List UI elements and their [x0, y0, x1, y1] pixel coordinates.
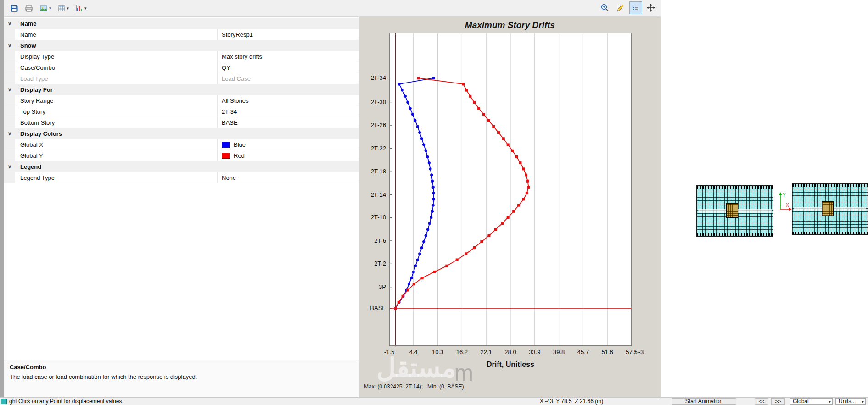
move-arrows-icon	[646, 3, 656, 13]
dropdown-arrow-icon: ▾	[67, 6, 69, 11]
property-value-text: All Stories	[222, 95, 249, 106]
printer-icon	[24, 4, 34, 13]
property-value[interactable]: All Stories	[217, 95, 359, 106]
save-button[interactable]	[8, 2, 21, 15]
next-step-button[interactable]: >>	[771, 398, 785, 405]
coordinate-system-dropdown[interactable]: Global▾	[790, 398, 833, 405]
print-button[interactable]	[22, 2, 35, 15]
row-gutter	[4, 172, 15, 183]
color-swatch	[222, 153, 230, 159]
drift-axis-tick-label: 33.9	[525, 349, 545, 355]
property-label: Display Type	[15, 51, 217, 62]
drift-axis-tick-label: 28.0	[500, 349, 521, 355]
property-row[interactable]: Case/ComboQY	[4, 62, 359, 73]
property-row[interactable]: Legend TypeNone	[4, 172, 359, 183]
model-view-panel[interactable]: Y X	[661, 0, 868, 397]
pan-button[interactable]	[644, 1, 658, 14]
dropdown-arrow-icon: ▾	[49, 6, 51, 11]
structure-plan-view-left[interactable]	[696, 185, 773, 237]
property-row[interactable]: Global YRed	[4, 150, 359, 161]
property-label: Global Y	[15, 150, 217, 161]
drift-axis-tick-label: 45.7	[573, 349, 593, 355]
section-label: Display Colors	[15, 128, 217, 139]
property-section-header[interactable]: ∨Display For	[4, 84, 359, 95]
axis-y-label: Y	[783, 193, 786, 198]
show-tables-button[interactable]: ▾	[55, 2, 71, 15]
property-value[interactable]: 2T-34	[217, 106, 359, 117]
property-value[interactable]: QY	[217, 62, 359, 73]
property-row[interactable]: Story RangeAll Stories	[4, 95, 359, 106]
zoom-button[interactable]	[598, 1, 612, 14]
property-description: Case/Combo The load case or load combina…	[4, 360, 359, 397]
property-grid: ∨NameNameStoryResp1∨ShowDisplay TypeMax …	[4, 18, 359, 183]
row-gutter	[4, 106, 15, 117]
property-label: Story Range	[15, 95, 217, 106]
row-gutter	[4, 62, 15, 73]
property-value-text: 2T-34	[222, 106, 237, 117]
story-drift-plot[interactable]	[389, 33, 632, 346]
story-axis-label: 2T-18	[360, 168, 386, 175]
property-section-header[interactable]: ∨Display Colors	[4, 128, 359, 139]
pencil-icon	[616, 3, 626, 13]
chart-panel: Maximum Story Drifts BASE3P2T-22T-62T-10…	[359, 17, 661, 397]
row-gutter	[4, 95, 15, 106]
property-value-text: Blue	[234, 139, 246, 150]
export-image-button[interactable]: ▾	[37, 2, 53, 15]
section-label: Display For	[15, 84, 217, 95]
story-axis-label: 2T-22	[360, 145, 386, 152]
property-section-header[interactable]: ∨Name	[4, 18, 359, 29]
property-row[interactable]: NameStoryResp1	[4, 29, 359, 40]
chevron-down-icon: ∨	[4, 161, 15, 172]
property-row[interactable]: Display TypeMax story drifts	[4, 51, 359, 62]
image-icon	[39, 4, 48, 13]
section-label: Show	[15, 40, 217, 51]
story-axis-label: 2T-10	[360, 214, 386, 221]
property-row[interactable]: Top Story2T-34	[4, 106, 359, 117]
structure-plan-view-right[interactable]	[792, 183, 868, 235]
chart-tool-icons	[597, 1, 659, 14]
properties-panel: ∨NameNameStoryResp1∨ShowDisplay TypeMax …	[4, 17, 359, 397]
plan-core	[822, 201, 834, 216]
chevron-down-icon: ∨	[4, 84, 15, 95]
row-gutter	[4, 51, 15, 62]
edit-pen-button[interactable]	[614, 1, 627, 14]
description-text: The load case or load combination for wh…	[10, 373, 353, 380]
drift-axis-tick-label: 39.8	[549, 349, 569, 355]
property-value[interactable]: Load Case	[217, 73, 359, 84]
plan-core	[726, 203, 738, 218]
property-value-text: Max story drifts	[222, 51, 262, 62]
status-hint-text: ght Click on any Point for displacement …	[9, 398, 122, 405]
property-label: Load Type	[15, 73, 217, 84]
story-axis-label: 3P	[360, 283, 386, 290]
show-plots-button[interactable]: ▾	[73, 2, 89, 15]
chart-title: Maximum Story Drifts	[359, 20, 661, 30]
start-animation-button[interactable]: Start Animation	[672, 398, 736, 405]
property-value[interactable]: Red	[217, 150, 359, 161]
details-list-button[interactable]	[629, 1, 642, 14]
property-value[interactable]: StoryResp1	[217, 29, 359, 40]
property-row[interactable]: Load TypeLoad Case	[4, 73, 359, 84]
property-value[interactable]: BASE	[217, 117, 359, 128]
property-row[interactable]: Bottom StoryBASE	[4, 117, 359, 128]
status-bar: ght Click on any Point for displacement …	[0, 397, 868, 405]
property-value[interactable]: Blue	[217, 139, 359, 150]
previous-step-button[interactable]: <<	[755, 398, 768, 405]
property-value-text: Load Case	[222, 73, 251, 84]
property-section-header[interactable]: ∨Legend	[4, 161, 359, 172]
units-dropdown[interactable]: Units...▾	[835, 398, 866, 405]
chevron-down-icon: ∨	[4, 40, 15, 51]
application-window: ▾ ▾ ▾	[0, 0, 868, 405]
property-value-text: None	[222, 172, 236, 183]
property-section-header[interactable]: ∨Show	[4, 40, 359, 51]
property-value[interactable]: Max story drifts	[217, 51, 359, 62]
property-row[interactable]: Global XBlue	[4, 139, 359, 150]
property-label: Case/Combo	[15, 62, 217, 73]
row-gutter	[4, 29, 15, 40]
story-axis-label: 2T-30	[360, 99, 386, 105]
drift-axis-tick-label: 51.6	[597, 349, 617, 355]
property-value[interactable]: None	[217, 172, 359, 183]
property-label: Legend Type	[15, 172, 217, 183]
section-label: Name	[15, 18, 217, 29]
row-gutter	[4, 150, 15, 161]
dropdown-arrow-icon: ▾	[829, 399, 831, 405]
